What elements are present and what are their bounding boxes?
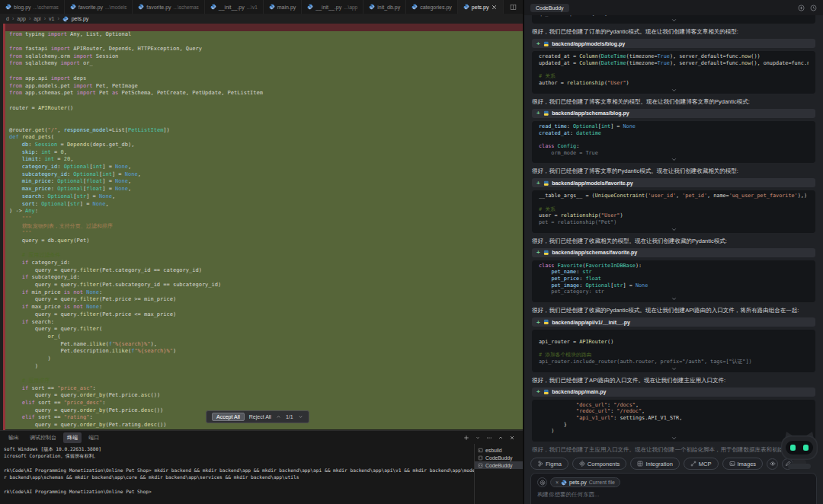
terminal-line (4, 480, 470, 487)
chat-tab[interactable]: CodeBuddy (530, 4, 569, 12)
file-card[interactable]: +backend/app/models/blog.py (532, 39, 815, 48)
terminal-line (4, 460, 470, 467)
new-chat-icon[interactable] (798, 5, 805, 11)
editor-tab-pets.py[interactable]: pets.py (458, 0, 504, 14)
current-file-chip[interactable]: × pets.py Current file (550, 477, 620, 487)
new-terminal-icon[interactable] (463, 435, 469, 441)
terminal-profile-dropdown-icon[interactable] (475, 435, 481, 441)
editor-tab-main.py[interactable]: main.py (264, 0, 303, 14)
editor-group: blog.py...\schemasfavorite.py...\modelsf… (0, 0, 524, 504)
editor-tab-__init__.py[interactable]: __init__.py...\app (302, 0, 363, 14)
panel-tab-终端[interactable]: 终端 (63, 432, 82, 443)
chip-images[interactable]: Images (722, 458, 764, 470)
panel-header: 输出调试控制台终端端口 (0, 431, 523, 444)
remove-context-icon[interactable]: × (556, 480, 559, 485)
removed-line (5, 24, 523, 31)
python-icon (463, 4, 469, 10)
file-card[interactable]: +backend/app/schemas/blog.py (532, 109, 815, 118)
terminal-more-icon[interactable] (486, 435, 492, 441)
chip-components[interactable]: Components (572, 458, 627, 470)
close-tab-icon[interactable] (491, 4, 498, 11)
snippet-line: created_at: datetime (539, 130, 809, 137)
next-diff-icon[interactable] (298, 414, 303, 419)
panel-tab-端口[interactable]: 端口 (85, 432, 103, 443)
chat-input-box[interactable]: × pets.py Current file 构建你想要的任何东西... (530, 473, 817, 504)
previous-diff-icon[interactable] (276, 414, 281, 419)
file-card[interactable]: +backend/app/main.py (532, 388, 815, 397)
more-actions-icon[interactable] (522, 4, 523, 11)
editor-tab-blog.py[interactable]: blog.py...\schemas (0, 0, 65, 14)
breadcrumb-file[interactable]: pets.py (72, 16, 89, 21)
expand-snippet-button[interactable] (539, 156, 809, 163)
chip-integration[interactable]: Integration (630, 458, 679, 470)
assistant-message: 很好，我们已经创建了订单的Pydantic模式。现在让我们创建博客文章相关的模型… (532, 28, 815, 36)
terminal-process-codebuddy[interactable]: CodeBuddy (475, 461, 523, 469)
chevron-down-icon (671, 17, 677, 24)
chevron-down-icon (671, 87, 677, 94)
tab-label: categories.py (420, 5, 452, 10)
chip-figma[interactable]: Figma (530, 458, 568, 470)
expand-snippet-button[interactable] (539, 17, 809, 24)
panel-tab-调试控制台[interactable]: 调试控制台 (26, 432, 60, 443)
snippet-line (539, 332, 809, 339)
code-line (5, 97, 523, 105)
file-card[interactable]: +backend/app/models/favorite.py (532, 178, 815, 187)
codebuddy-panel: CodeBuddy payment_url: strqr_code: Optio… (524, 0, 823, 504)
terminal-output[interactable]: soft Windows [版本 10.0.22631.3880]icrosof… (0, 444, 474, 504)
terminal-line: rk\Code\AI Programming Monetization\Onli… (4, 467, 470, 474)
breadcrumb-item[interactable]: v1 (49, 16, 54, 21)
reject-all-button[interactable]: Reject All (249, 414, 271, 419)
python-icon (412, 4, 418, 10)
editor-tab-favorite.py[interactable]: favorite.py...\models (65, 0, 133, 14)
terminal-line: rk\Code\AI Programming Monetization\Onli… (4, 488, 470, 495)
code-line: ) (5, 356, 523, 363)
code-line: from sqlalchemy import or_ (5, 60, 523, 68)
maximize-panel-icon[interactable] (498, 435, 504, 441)
tab-directory: ...\schemas (174, 5, 199, 10)
code-line: from app.models.pet import Pet, PetImage (5, 83, 523, 91)
eye-button[interactable] (767, 458, 778, 470)
code-line: router = APIRouter() (5, 105, 523, 113)
code-snippet: "docs_url": "/docs", "redoc_url": "/redo… (532, 400, 815, 442)
expand-snippet-button[interactable] (539, 435, 809, 442)
accept-all-button[interactable]: Accept All (212, 413, 245, 421)
terminal-process-esbuild[interactable]: esbuild (475, 446, 523, 454)
assistant-message: 很好，我们已经创建了博客文章的Pydantic模式。现在让我们创建收藏相关的模型… (532, 167, 815, 175)
editor-tab-init_db.py[interactable]: init_db.py (363, 0, 406, 14)
buddy-icon (478, 455, 483, 461)
python-icon (138, 4, 144, 10)
expand-snippet-button[interactable] (539, 295, 809, 302)
editor-tab-favorite.py[interactable]: favorite.py...\schemas (133, 0, 205, 14)
breadcrumb-item[interactable]: d (6, 16, 9, 21)
file-card[interactable]: +backend/app/api/v1/__init__.py (532, 317, 815, 327)
snippet-line: class Favorite(FavoriteInDBBase): (539, 263, 809, 270)
editor-tab-categories.py[interactable]: categories.py (406, 0, 458, 14)
snippet-line: author = relationship("User") (539, 80, 809, 87)
tab-label: favorite.py (146, 5, 171, 10)
panel-tab-输出[interactable]: 输出 (5, 432, 23, 443)
expand-snippet-button[interactable] (539, 226, 809, 233)
terminal-process-codebuddy[interactable]: CodeBuddy (475, 454, 523, 461)
snippet-line: pet_image: Optional[str] = None (539, 282, 809, 289)
file-card[interactable]: +backend/app/schemas/favorite.py (532, 248, 815, 257)
python-icon (269, 4, 275, 10)
expand-snippet-button[interactable] (539, 365, 809, 372)
close-panel-icon[interactable] (509, 435, 515, 441)
breadcrumb-item[interactable]: app (17, 16, 26, 21)
chat-messages: payment_url: strqr_code: Optional[str] =… (524, 15, 823, 455)
context-file-note: Current file (589, 480, 615, 485)
code-editor[interactable]: from typing import Any, List, Optional f… (0, 24, 523, 430)
history-icon[interactable] (810, 5, 817, 11)
code-line: query = query.filter( (5, 326, 523, 333)
code-line: category_id: Optional[int] = None, (5, 164, 523, 171)
chip-mcp[interactable]: MCP (684, 458, 719, 470)
add-context-button[interactable] (537, 477, 547, 487)
split-editor-icon[interactable] (510, 4, 517, 11)
breadcrumb-item[interactable]: api (34, 16, 40, 21)
tab-directory: ...\app (344, 5, 357, 10)
pyfile-icon (543, 110, 549, 116)
code-snippet: read_time: Optional[int] = Nonecreated_a… (532, 121, 815, 163)
expand-snippet-button[interactable] (539, 87, 809, 94)
snippet-line (539, 136, 809, 143)
editor-tab-__init__.py[interactable]: __init__.py...\v1 (205, 0, 264, 14)
